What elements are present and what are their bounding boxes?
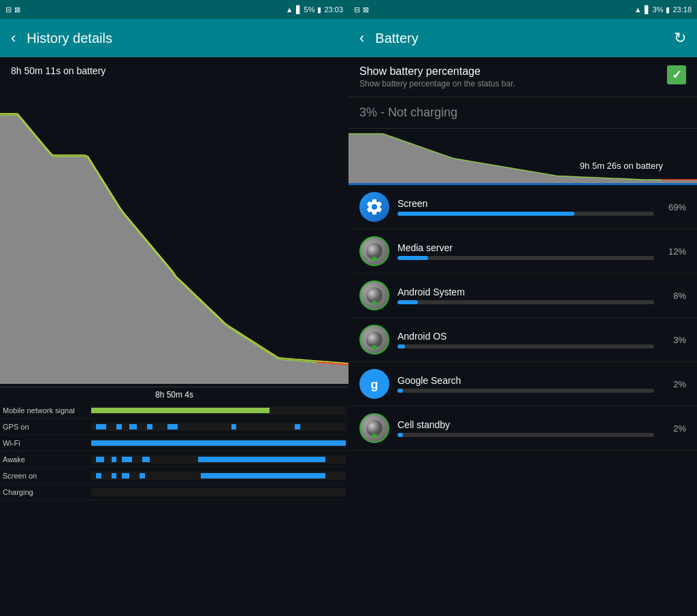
timeline-bottom-label: 8h 50m 4s (0, 387, 348, 402)
timeline-row-charging: Charging (0, 484, 348, 500)
right-status-left-icons: ⊟ ⊠ (354, 5, 369, 14)
refresh-button[interactable]: ↻ (674, 29, 686, 47)
right-battery-chart (348, 129, 697, 183)
androidsystem-name: Android System (398, 287, 654, 297)
cellstandby-name: Cell standby (398, 419, 654, 430)
left-panel: ⊟ ⊠ ▲ ▋ 5% ▮ 23:03 ‹ History details 8h … (0, 0, 348, 616)
right-status-bar: ⊟ ⊠ ▲ ▋ 3% ▮ 23:18 (348, 0, 697, 19)
androidsystem-svg (365, 286, 384, 305)
timeline-row-mobile: Mobile network signal (0, 402, 348, 419)
screen-name: Screen (398, 198, 654, 209)
right-time: 23:18 (672, 5, 692, 14)
timeline-bar-charging (91, 488, 346, 496)
androidsystem-bar (398, 300, 418, 304)
right-mute-icon: ⊠ (363, 5, 369, 14)
screen-icon (359, 192, 389, 222)
cellstandby-svg (365, 419, 384, 438)
androidos-icon (359, 325, 389, 355)
androidsystem-percent: 8% (662, 291, 686, 301)
right-toolbar-title: Battery (375, 31, 418, 46)
left-chart-area: 8h 50m 11s on battery (0, 57, 348, 387)
usage-list: Screen 69% Media server 1 (348, 185, 697, 616)
timeline-label-gps: GPS on (3, 423, 91, 431)
left-time: 23:03 (324, 5, 343, 14)
timeline-label-wifi: Wi-Fi (3, 439, 91, 447)
timeline-label-charging: Charging (3, 488, 91, 496)
usage-item-androidsystem[interactable]: Android System 8% (348, 274, 697, 318)
left-battery-time-label: 8h 50m 11s on battery (3, 60, 114, 82)
right-wifi-icon: ▲ (634, 5, 642, 14)
androidsystem-icon (359, 280, 389, 310)
right-battery-time-label: 9h 5m 26s on battery (580, 161, 663, 171)
androidos-percent: 3% (662, 335, 686, 345)
cellstandby-bar (398, 433, 403, 437)
timeline-bar-awake (91, 455, 346, 464)
usage-item-googlesearch[interactable]: g Google Search 2% (348, 362, 697, 406)
show-percentage-text: Show battery percentage Show battery per… (359, 65, 659, 88)
androidsystem-bar-container (398, 300, 654, 304)
right-battery-percent: 3% (653, 5, 664, 14)
timeline-row-wifi: Wi-Fi (0, 435, 348, 451)
timeline-bar-wifi (91, 439, 346, 447)
timeline-row-screen: Screen on (0, 468, 348, 484)
show-percentage-desc: Show battery percentage on the status ba… (359, 79, 659, 88)
googlesearch-percent: 2% (662, 379, 686, 389)
show-percentage-row[interactable]: Show battery percentage Show battery per… (348, 57, 697, 97)
timeline-area: 8h 50m 4s Mobile network signal GPS on W… (0, 387, 348, 616)
timeline-row-awake: Awake (0, 451, 348, 468)
mediaserver-name: Media server (398, 242, 654, 253)
right-battery-icon: ▮ (666, 5, 670, 14)
googlesearch-icon: g (359, 369, 389, 399)
googlesearch-bar (398, 389, 403, 393)
battery-status-row: 3% - Not charging (348, 97, 697, 129)
cellstandby-bar-container (398, 433, 654, 437)
timeline-bar-mobile (91, 406, 346, 415)
screen-percent: 69% (662, 202, 686, 212)
right-back-button[interactable]: ‹ (359, 29, 364, 47)
usage-item-screen[interactable]: Screen 69% (348, 185, 697, 229)
show-percentage-checkbox[interactable] (667, 65, 686, 84)
right-panel: ⊟ ⊠ ▲ ▋ 3% ▮ 23:18 ‹ Battery ↻ Show batt… (348, 0, 697, 616)
timeline-bar-gps (91, 423, 346, 431)
screen-bar-container (398, 212, 654, 216)
right-status-right: ▲ ▋ 3% ▮ 23:18 (634, 5, 692, 14)
screen-bar (398, 212, 574, 216)
right-screenshot-icon: ⊟ (354, 5, 360, 14)
androidos-bar-container (398, 344, 654, 348)
gear-svg (365, 197, 384, 216)
left-battery-percent: 5% (304, 5, 315, 14)
show-percentage-title: Show battery percentage (359, 65, 659, 78)
google-svg: g (365, 374, 384, 393)
left-toolbar: ‹ History details (0, 19, 348, 57)
usage-item-androidos[interactable]: Android OS 3% (348, 318, 697, 362)
left-status-icons: ⊟ ⊠ (5, 5, 20, 14)
right-battery-chart-area: 9h 5m 26s on battery (348, 129, 697, 183)
mediaserver-bar (398, 256, 428, 260)
usage-item-cellstandby[interactable]: Cell standby 2% (348, 406, 697, 451)
timeline-bar-screen (91, 472, 346, 480)
mediaserver-icon (359, 236, 389, 266)
cellstandby-icon (359, 413, 389, 443)
svg-text:g: g (371, 378, 378, 391)
androidos-name: Android OS (398, 331, 654, 342)
googlesearch-details: Google Search (398, 375, 654, 393)
wifi-icon: ▲ (286, 5, 293, 14)
mediaserver-bar-container (398, 256, 654, 260)
battery-percentage-label: 3% - Not charging (359, 106, 686, 120)
timeline-label-awake: Awake (3, 455, 91, 464)
right-signal-icon: ▋ (645, 5, 650, 14)
mediaserver-details: Media server (398, 242, 654, 260)
androidos-svg (365, 330, 384, 349)
mediaserver-svg (365, 242, 384, 261)
mediaserver-percent: 12% (662, 246, 686, 257)
left-status-right: ▲ ▋ 5% ▮ 23:03 (286, 5, 343, 14)
mute-icon: ⊠ (14, 5, 20, 14)
usage-item-mediaserver[interactable]: Media server 12% (348, 229, 697, 274)
left-status-bar: ⊟ ⊠ ▲ ▋ 5% ▮ 23:03 (0, 0, 348, 19)
left-battery-chart (0, 57, 348, 384)
left-toolbar-title: History details (27, 31, 112, 46)
timeline-label-screen: Screen on (3, 472, 91, 480)
androidsystem-details: Android System (398, 287, 654, 304)
left-back-button[interactable]: ‹ (11, 29, 16, 47)
battery-icon: ▮ (317, 5, 321, 14)
